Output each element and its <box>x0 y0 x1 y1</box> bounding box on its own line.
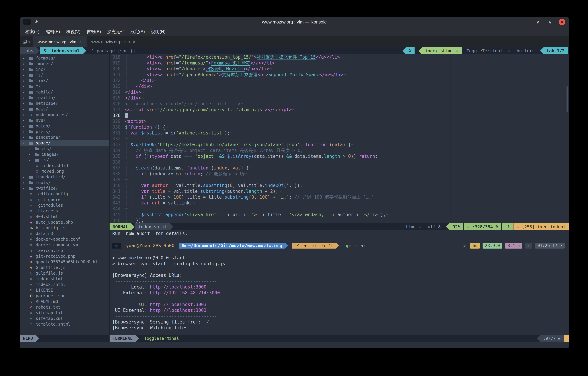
folder-icon <box>28 67 34 72</box>
tree-item[interactable]: ▸js/ <box>20 157 109 163</box>
tabline-segment[interactable]: buffers <box>515 47 536 54</box>
tree-item[interactable]: ≡index.shtml <box>20 276 109 282</box>
tree-item[interactable]: ≡.htaccess <box>20 208 109 214</box>
terminal-buffer[interactable]: Run `npm audit` for details. ⊞yuan@Yuan-… <box>109 230 569 335</box>
tree-item[interactable]: ▸js/ <box>20 72 109 78</box>
tree-item[interactable]: ▸link/ <box>20 78 109 84</box>
tree-item[interactable]: ▸css/ <box>20 146 109 151</box>
menu-item[interactable]: 編輯(E) <box>43 28 63 35</box>
tree-item[interactable]: ≡sitemap.xml <box>20 316 109 321</box>
tree-item[interactable]: ≡index.shtml <box>20 163 109 168</box>
close-button[interactable]: × <box>559 19 565 25</box>
npm-icon: ◈ <box>28 113 34 117</box>
tree-item[interactable]: ▸images/ <box>20 151 109 157</box>
vim-tabline: tabs3 index.shtml1 package.json {} Xinde… <box>20 47 569 54</box>
folder-icon <box>34 158 40 162</box>
tree-item[interactable]: ◆auto_update.php <box>20 219 109 225</box>
tree-item[interactable]: ▸press/ <box>20 129 109 135</box>
code-line: 326<!--#include virtual="/inc/footer.htm… <box>109 101 569 107</box>
tree-item[interactable]: ▸mobile/ <box>20 89 109 95</box>
tree-item[interactable]: {}package.json <box>20 293 109 299</box>
tree-item[interactable]: ⊘robots.txt <box>20 304 109 310</box>
maximize-button[interactable]: ∧ <box>547 19 553 25</box>
tree-item[interactable]: ▸images/ <box>20 61 109 67</box>
tabline-segment[interactable]: tabs <box>20 47 36 54</box>
statusbar-segment: :9/77 ≡ <box>540 335 564 342</box>
konsole-tab[interactable]: www.moztw.org : vim× <box>33 36 87 47</box>
tree-item[interactable]: ★favicon.ico <box>20 248 109 253</box>
tree-item[interactable]: ≡index2.shtml <box>20 282 109 287</box>
tree-item[interactable]: ▸outgo/ <box>20 123 109 129</box>
tree-item[interactable]: ▸foxmosa/ <box>20 55 109 61</box>
tree-item[interactable]: ≡.editorconfig <box>20 191 109 197</box>
pin-icon[interactable] <box>33 19 38 24</box>
tree-item[interactable]: ▸m/ <box>20 84 109 89</box>
tabline-segment[interactable]: ToggleTerminal+ ≡ <box>465 47 512 54</box>
file-icon: ≡ <box>34 164 40 168</box>
shell-prompt: ⊞yuan@Yuan-XPS-9500~/Documents/Git/moztw… <box>112 242 569 249</box>
tabline-segment[interactable]: X <box>406 47 414 54</box>
menu-item[interactable]: 檢視(V) <box>63 28 84 35</box>
tree-item[interactable]: ≡.gitmodules <box>20 202 109 208</box>
menu-item[interactable]: 書籤(B) <box>84 28 104 35</box>
tree-item[interactable]: ▸thunderbird/ <box>20 174 109 180</box>
code-line: 333┆ $.getJSON('https://moztw.github.io/… <box>109 142 569 147</box>
tree-item[interactable]: ◫moved.png <box>20 168 109 174</box>
tree-item[interactable]: ◆git-received.php <box>20 253 109 259</box>
folder-icon <box>28 90 34 94</box>
tree-item[interactable]: ▾space/ <box>20 140 109 146</box>
tree-item[interactable]: ↓README.md <box>20 299 109 304</box>
terminal-screen[interactable]: tabs3 index.shtml1 package.json {} Xinde… <box>20 47 569 348</box>
tree-item[interactable]: ≡sitemap.txt <box>20 310 109 316</box>
folder-icon <box>28 180 34 185</box>
tabline-segment[interactable]: tab 1/2 <box>544 47 568 54</box>
close-icon[interactable]: × <box>79 40 82 44</box>
tabline-segment[interactable]: 3 index.shtml <box>40 47 83 54</box>
code-line: 343┆ ┆ ┆ var url = val.link;¬ <box>109 200 569 206</box>
terminal-line <box>112 249 569 255</box>
terminal-line: > www.moztw.org@0.0.0 start <box>112 255 569 261</box>
terminal-line: UI: http://localhost:3003 <box>112 302 569 307</box>
tree-item[interactable]: ▸nvu/ <box>20 117 109 123</box>
minimize-button[interactable]: ∨ <box>535 19 541 25</box>
menu-item[interactable]: 擴充元件 <box>104 28 127 35</box>
konsole-tab[interactable]: www.moztw.org : zsh× <box>87 36 140 47</box>
tree-item[interactable]: ▸mozilla/ <box>20 95 109 101</box>
tree-item[interactable]: GGruntfile.js <box>20 265 109 270</box>
editor-panel[interactable]: 318┆ ┆ <li><a href="/firefox/extension_t… <box>109 54 569 223</box>
tree-item[interactable]: ▸sandstone/ <box>20 135 109 140</box>
tree-item[interactable]: ≡docker-compose.yml <box>20 242 109 248</box>
code-line: 345┆ ┆ ┆ $rssList.append('<li><a href="'… <box>109 212 569 218</box>
prompt-segment: npm start <box>343 243 370 248</box>
js-icon: JS <box>28 226 34 230</box>
close-icon[interactable]: × <box>133 40 135 44</box>
konsole-app-icon[interactable]: ›_ <box>23 19 31 25</box>
tree-item[interactable]: <>google955345b65bfc90e0.htm <box>20 259 109 265</box>
tree-item[interactable]: ∪gulpfile.js <box>20 270 109 276</box>
tabline-segment[interactable]: 1 package.json {} <box>90 47 137 54</box>
code-line: 321┆ ┆ <li><a href="/space#donate">支持摩茲工… <box>109 72 569 78</box>
tree-item[interactable]: ≡template.shtml <box>20 321 109 327</box>
menu-item[interactable]: 說明(H) <box>148 28 169 35</box>
scrollbar-handle[interactable] <box>566 86 568 112</box>
tree-item[interactable]: JSbs-config.js <box>20 225 109 231</box>
menu-item[interactable]: 設定(S) <box>127 28 148 35</box>
new-tab-button[interactable]: ∨ <box>20 36 33 47</box>
code-line: 331┆ var $rssList = $('#planet-rss-list'… <box>109 130 569 136</box>
tree-item[interactable]: ©LICENSE <box>20 287 109 293</box>
tabline-segment[interactable]: index.shtml ≡ <box>422 47 462 54</box>
editor-column: 318┆ ┆ <li><a href="/firefox/extension_t… <box>109 54 569 335</box>
tree-item[interactable]: ▸twoffice/ <box>20 185 109 191</box>
tree-item[interactable]: ⚙docker-apache.conf <box>20 236 109 242</box>
tree-item[interactable]: ≡404.shtml <box>20 214 109 219</box>
tree-item[interactable]: ▸◈node_modules/ <box>20 112 109 117</box>
tree-item[interactable]: ▸news/ <box>20 106 109 112</box>
tree-item[interactable]: ▸inc/ <box>20 67 109 72</box>
code-line: 319┆ ┆ <li><a href="/foxmosa/">Foxmosa 狐… <box>109 60 569 66</box>
tree-item[interactable]: ▸netscape/ <box>20 101 109 106</box>
tree-item[interactable]: ▸tools/ <box>20 180 109 185</box>
window-title: www.moztw.org : vim — Konsole <box>262 19 327 25</box>
tree-item[interactable]: ≡data.n3 <box>20 231 109 236</box>
menu-item[interactable]: 檔案(F) <box>22 28 43 35</box>
tree-item[interactable]: ≡.gitignore <box>20 197 109 202</box>
